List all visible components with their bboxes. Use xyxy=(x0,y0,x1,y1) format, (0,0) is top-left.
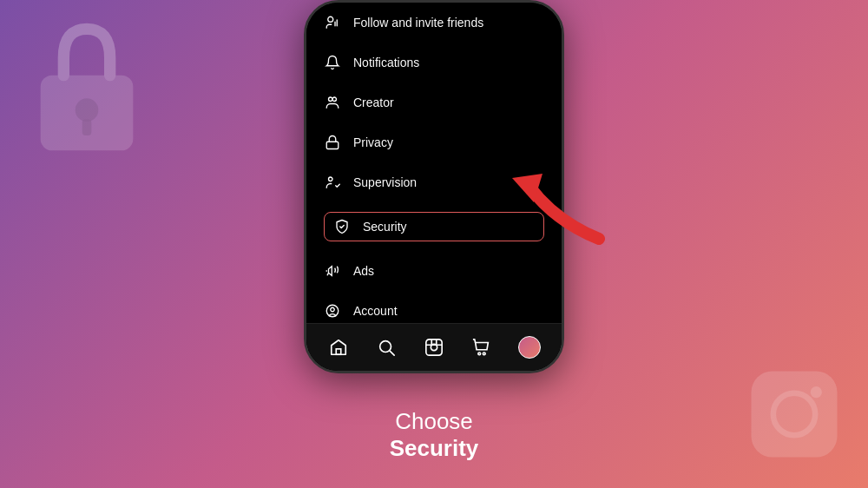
menu-label-privacy: Privacy xyxy=(353,135,393,149)
settings-menu: Follow and invite friends Notifications xyxy=(306,3,562,323)
svg-point-6 xyxy=(328,16,333,22)
svg-rect-2 xyxy=(82,119,92,135)
person-add-icon xyxy=(324,14,341,31)
reels-nav-icon[interactable] xyxy=(423,336,445,359)
creator-icon xyxy=(324,94,341,111)
menu-item-follow[interactable]: Follow and invite friends xyxy=(306,3,562,43)
bg-lock-icon xyxy=(17,17,156,156)
svg-rect-23 xyxy=(426,340,442,355)
menu-label-account: Account xyxy=(353,304,398,318)
svg-point-28 xyxy=(478,353,481,355)
menu-label-creator: Creator xyxy=(353,96,394,109)
lock-icon xyxy=(324,134,341,151)
bottom-nav xyxy=(306,323,562,371)
svg-marker-11 xyxy=(329,267,332,276)
bell-icon xyxy=(324,54,341,71)
menu-item-security[interactable]: Security xyxy=(306,202,562,251)
menu-item-privacy[interactable]: Privacy xyxy=(306,122,562,162)
svg-point-10 xyxy=(329,177,333,181)
svg-rect-20 xyxy=(337,349,342,354)
person-circle-icon xyxy=(324,302,341,320)
menu-item-account[interactable]: Account xyxy=(306,291,562,323)
menu-label-security: Security xyxy=(363,220,407,234)
svg-rect-9 xyxy=(326,142,339,148)
supervision-icon xyxy=(324,174,341,191)
home-nav-icon[interactable] xyxy=(327,336,350,359)
profile-nav-avatar[interactable] xyxy=(518,336,541,359)
svg-point-12 xyxy=(326,305,339,317)
svg-line-22 xyxy=(390,351,394,355)
menu-item-supervision[interactable]: Supervision xyxy=(306,162,562,202)
menu-label-ads: Ads xyxy=(353,264,374,278)
menu-item-ads[interactable]: Ads xyxy=(306,251,562,291)
svg-point-5 xyxy=(811,386,822,398)
menu-label-supervision: Supervision xyxy=(353,175,417,189)
instruction-line1: Choose xyxy=(0,408,868,435)
instruction-line2: Security xyxy=(0,435,868,462)
megaphone-icon xyxy=(324,262,341,280)
menu-item-notifications[interactable]: Notifications xyxy=(306,43,562,82)
svg-point-29 xyxy=(483,353,485,355)
shop-nav-icon[interactable] xyxy=(470,336,493,359)
menu-item-creator[interactable]: Creator xyxy=(306,82,562,122)
instruction-text: Choose Security xyxy=(0,408,868,462)
shield-icon xyxy=(333,218,351,235)
svg-point-13 xyxy=(331,307,335,312)
search-nav-icon[interactable] xyxy=(375,336,398,359)
phone-mockup: Follow and invite friends Notifications xyxy=(304,0,564,373)
svg-point-1 xyxy=(76,98,99,122)
menu-label-follow: Follow and invite friends xyxy=(353,16,483,30)
svg-point-8 xyxy=(332,97,337,102)
menu-label-notifications: Notifications xyxy=(353,56,419,69)
phone-screen: Follow and invite friends Notifications xyxy=(306,3,562,371)
